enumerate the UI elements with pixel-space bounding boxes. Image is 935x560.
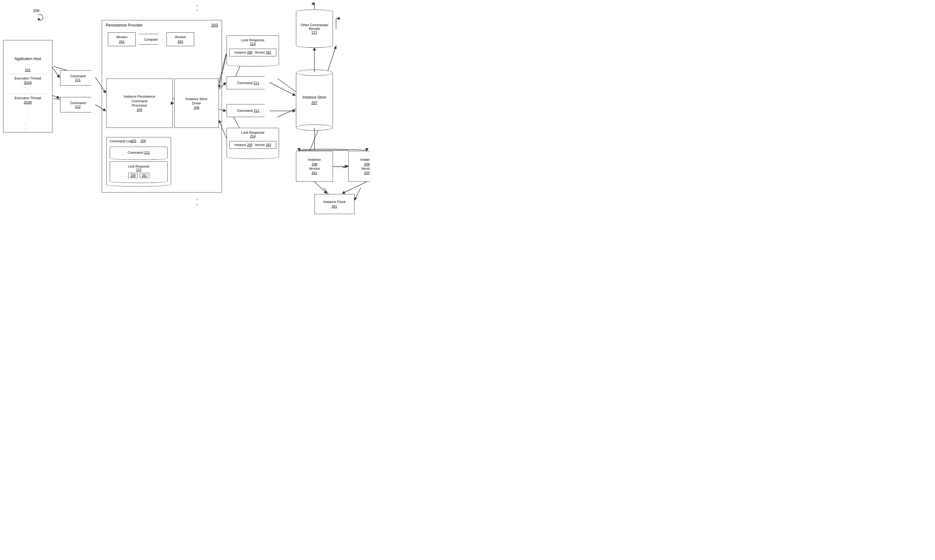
version-261-box: Version 261 bbox=[108, 32, 136, 46]
cmd-log-lock-label: Lock Response bbox=[128, 165, 150, 168]
app-host-ref: 201 bbox=[25, 68, 31, 72]
instance-208-v261: Instance 208 Version 261 bbox=[296, 151, 333, 182]
label-200: 200 bbox=[33, 9, 39, 13]
lr213-inst-label: Instance bbox=[235, 51, 246, 54]
isd-ref: 206 bbox=[194, 105, 199, 110]
ic-ref: 281 bbox=[332, 204, 337, 209]
dot-exec1: · bbox=[25, 85, 26, 90]
ipcp-box: Instance Persistence Command Processor 2… bbox=[106, 78, 173, 128]
isd-box: Instance Store Driver 206 bbox=[174, 78, 219, 128]
v261-label: Version bbox=[116, 35, 128, 39]
i208v261-ver-ref: 261 bbox=[312, 171, 317, 175]
ipcp-ref: 204 bbox=[137, 108, 142, 112]
isd-line1: Instance Store bbox=[185, 97, 207, 101]
is-ref: 207 bbox=[312, 101, 318, 105]
i208v261-inst-label: Instance bbox=[308, 157, 321, 162]
lr214-inst-ref: 208 bbox=[247, 143, 253, 147]
instance-clock: Instance Clock 281 bbox=[315, 194, 355, 214]
cmd-log-cmd-ref: 211 bbox=[144, 151, 150, 154]
i208v263-ver-label: Version bbox=[361, 166, 370, 171]
version-263-box: Version 263 bbox=[167, 32, 194, 46]
v263-label: Version bbox=[175, 35, 186, 39]
cmd212-right-label: Command bbox=[237, 109, 253, 112]
cmd-log-ref209: 209 bbox=[140, 139, 146, 143]
i208v261-inst-ref: 208 bbox=[312, 162, 317, 166]
lr214-ver-ref: 263 bbox=[266, 143, 271, 147]
lr214-label: Lock Response bbox=[241, 131, 264, 134]
lr213-inst-ref: 208 bbox=[247, 51, 253, 54]
ipcp-line2: Command bbox=[132, 99, 147, 103]
ipcp-line1: Instance Persistence bbox=[123, 94, 155, 98]
oc-ref: 217 bbox=[312, 31, 317, 34]
cmd-log-208: 208 bbox=[128, 173, 138, 178]
v261-ref: 261 bbox=[119, 39, 125, 44]
lr213-instance: Instance 208 Version 261 bbox=[229, 49, 276, 56]
lr213-ver-ref: 261 bbox=[266, 51, 271, 54]
command-212-right: Command 212 bbox=[227, 104, 270, 117]
cmd212-left-ref: 212 bbox=[75, 105, 80, 108]
v263-ref: 263 bbox=[177, 39, 183, 44]
cmd212-right-ref: 212 bbox=[254, 109, 259, 112]
exec-thread-2-ref: 202B bbox=[24, 100, 32, 105]
cmd211-right-label: Command bbox=[237, 81, 253, 85]
lr213-ver-label: Version bbox=[255, 51, 265, 54]
dots2-between-instances: · · bbox=[336, 165, 340, 170]
lock-response-214: Lock Response 214 Instance 208 Version 2… bbox=[227, 128, 279, 157]
ic-label: Instance Clock bbox=[323, 200, 346, 204]
other-commands: Other Commands/ Results 217 bbox=[296, 12, 333, 46]
dots-top2: · bbox=[196, 8, 197, 13]
command-211-right: Command 211 bbox=[227, 76, 270, 89]
is-label: Instance Store bbox=[302, 95, 326, 100]
cmd211-left-ref: 211 bbox=[75, 78, 80, 82]
dot-exec3: · bbox=[25, 126, 26, 131]
provider-label: Persistence Provider bbox=[106, 23, 143, 28]
command-212-left: Command 212 bbox=[60, 97, 96, 112]
arrow-between-instances: ⇒ bbox=[342, 165, 345, 170]
provider-ref: 203 bbox=[211, 23, 218, 28]
cmd-log-lock-ref: 213 bbox=[136, 168, 142, 172]
dots-bottom2: · bbox=[196, 202, 197, 207]
cmd-log-lock213: Lock Response 213 208 261 bbox=[110, 162, 168, 182]
i208v261-ver-label: Version bbox=[309, 166, 320, 171]
svg-line-41 bbox=[342, 182, 367, 194]
i208v263-inst-label: Instance bbox=[360, 157, 370, 162]
app-host-dot1: · bbox=[27, 63, 28, 67]
lr213-label: Lock Response bbox=[241, 38, 264, 42]
oc-line1: Other Commands/ bbox=[301, 23, 328, 27]
lr214-inst-label: Instance bbox=[235, 143, 246, 147]
i208v263-ver-ref: 263 bbox=[364, 171, 370, 175]
lock-response-213: Lock Response 213 Instance 208 Version 2… bbox=[227, 35, 279, 65]
application-host-box: Application Host · 201 Execution Thread … bbox=[3, 40, 52, 132]
instance-store: Instance Store 207 bbox=[296, 72, 333, 128]
instance-208-v263: Instance 208 Version 263 bbox=[348, 151, 370, 182]
svg-line-17 bbox=[355, 188, 361, 200]
compare-shape: Compare bbox=[139, 34, 164, 45]
cmd-log-ref231: 231 bbox=[131, 139, 137, 143]
i208v263-inst-ref: 208 bbox=[364, 162, 370, 166]
cmd-log-cmd211: Command 211 bbox=[110, 147, 168, 158]
oc-line2: Results bbox=[309, 27, 320, 31]
exec-thread-1-ref: 202A bbox=[24, 80, 32, 85]
cmd211-right-ref: 211 bbox=[254, 81, 259, 85]
lr213-ref: 213 bbox=[250, 42, 256, 46]
lr214-ver-label: Version bbox=[255, 143, 265, 147]
cmd-log-261: 261 bbox=[140, 173, 149, 178]
command-log-outer: Command Log 231 209 Command 211 Lock Res… bbox=[106, 137, 171, 185]
svg-line-40 bbox=[315, 182, 327, 194]
cmd211-left-label: Command bbox=[70, 74, 86, 78]
exec-thread-1-label: Execution Thread bbox=[14, 76, 41, 80]
exec-thread-2-label: Execution Thread bbox=[14, 96, 41, 100]
compare-label: Compare bbox=[144, 38, 158, 41]
dot-exec2: · bbox=[25, 122, 26, 126]
svg-line-21 bbox=[52, 95, 60, 98]
lr214-instance: Instance 208 Version 263 bbox=[229, 141, 276, 149]
ipcp-line3: Processor bbox=[132, 103, 147, 108]
svg-line-27 bbox=[270, 83, 295, 95]
cmd-log-cmd-label: Command bbox=[128, 151, 143, 154]
cmd212-left-label: Command bbox=[70, 101, 86, 105]
lr214-ref: 214 bbox=[250, 134, 256, 138]
app-host-title: Application Host bbox=[14, 57, 41, 62]
command-211-left: Command 211 bbox=[60, 70, 96, 86]
isd-line2: Driver bbox=[192, 101, 201, 105]
cmd-log-label: Command Log bbox=[110, 139, 132, 143]
